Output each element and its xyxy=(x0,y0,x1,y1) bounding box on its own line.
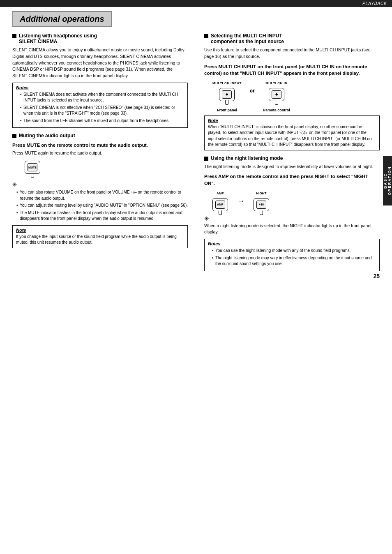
mute-diagram: MUTE xyxy=(25,161,188,174)
multi-ch-instruction: Press MULTI CH INPUT on the front panel … xyxy=(204,63,380,76)
mute-btn-shape: MUTE xyxy=(25,161,40,174)
night-btn-inner: +10 xyxy=(256,201,266,209)
amp-btn-shape: AMP xyxy=(212,198,228,211)
tip-area: ✳ You can also rotate VOLUME on the fron… xyxy=(12,181,188,222)
tip-item: You can also rotate VOLUME on the front … xyxy=(16,189,188,201)
amp-btn-diagram: AMP AMP xyxy=(212,192,228,211)
section1-body: SILENT CINEMA allows you to enjoy multi-… xyxy=(12,47,188,79)
bullet-icon xyxy=(12,134,16,138)
right-section1-note-box: Note When "MULTI CH INPUT" is shown in t… xyxy=(204,115,380,150)
page-number: 25 xyxy=(373,273,380,279)
page-header: PLAYBACK xyxy=(0,0,392,7)
right-section2-notes-title: Notes xyxy=(208,241,376,246)
right-section2-heading: Using the night listening mode xyxy=(204,155,380,161)
remote-bottom-label: Remote control xyxy=(263,108,290,112)
section2-title: Muting the audio output xyxy=(19,133,75,138)
section1-heading: Listening with headphones using SILENT C… xyxy=(12,33,188,44)
section2-note-title: Note xyxy=(16,228,184,233)
section1-notes-title: Notes xyxy=(16,85,184,90)
section1-title: Listening with headphones using SILENT C… xyxy=(19,33,97,44)
front-panel-diagram: MULTI CH INPUT ◆ Front panel xyxy=(212,81,242,112)
tip-item: You can adjust the muting level by using… xyxy=(16,203,188,209)
note-item: You can use the night listening mode wit… xyxy=(212,248,376,254)
section1-notes-list: SILENT CINEMA does not activate when the… xyxy=(16,92,184,124)
page-title: Additional operations xyxy=(20,14,104,23)
note-item: The sound from the LFE channel will be m… xyxy=(20,118,184,124)
remote-btn: ◆ xyxy=(269,88,284,101)
or-label: or xyxy=(250,88,255,94)
front-panel-btn-inner: ◆ xyxy=(222,90,232,99)
remote-btn-inner: ◆ xyxy=(272,90,281,99)
section2-note-box: Note If you change the input source or t… xyxy=(12,225,188,248)
night-btn-diagram: NIGHT +10 xyxy=(254,192,269,211)
right-section1-title: Selecting the MULTI CH INPUT component a… xyxy=(211,33,284,44)
right-section2-title: Using the night listening mode xyxy=(211,155,283,161)
bullet-icon xyxy=(204,34,208,38)
left-column: Listening with headphones using SILENT C… xyxy=(12,33,191,275)
night-label: NIGHT xyxy=(256,192,267,195)
section1-notes-box: Notes SILENT CINEMA does not activate wh… xyxy=(12,83,188,128)
mute-tips-list: You can also rotate VOLUME on the front … xyxy=(12,189,188,222)
right-section1-heading: Selecting the MULTI CH INPUT component a… xyxy=(204,33,380,44)
right-section1-body: Use this feature to select the component… xyxy=(204,47,380,60)
night-btn-shape: +10 xyxy=(254,198,269,211)
front-panel-top-label: MULTI CH INPUT xyxy=(212,81,242,85)
note-item: The night listening mode may vary in eff… xyxy=(212,255,376,267)
mute-resume-text: Press MUTE again to resume the audio out… xyxy=(12,150,188,157)
arrow-icon: → xyxy=(237,197,244,205)
bullet-icon xyxy=(204,157,208,161)
night-instruction: Press AMP on the remote control and then… xyxy=(204,173,380,186)
amp-btn-inner: AMP xyxy=(215,201,225,209)
tip-item: The MUTE indicator flashes in the front … xyxy=(16,210,188,222)
right-section1-note-title: Note xyxy=(208,118,376,123)
right-section2-body: The night listening mode is designed to … xyxy=(204,164,380,170)
header-label: PLAYBACK xyxy=(362,1,387,6)
right-section2-notes-list: You can use the night listening mode wit… xyxy=(208,248,376,267)
tip-icon: ✳ xyxy=(12,181,188,188)
amp-label: AMP xyxy=(217,192,224,195)
page-title-box: Additional operations xyxy=(12,11,112,27)
mute-button-diagram: MUTE xyxy=(25,161,40,174)
section2-note-text: If you change the input source or the so… xyxy=(16,234,184,246)
remote-top-label: MULTI CH IN xyxy=(265,81,287,85)
note-item: SILENT CINEMA does not activate when the… xyxy=(20,92,184,104)
front-panel-bottom-label: Front panel xyxy=(217,108,237,112)
bullet-icon xyxy=(12,34,16,38)
right-section2-notes-box: Notes You can use the night listening mo… xyxy=(204,239,380,271)
section2-heading: Muting the audio output xyxy=(12,133,188,138)
night-tip-text: When a night listening mode is selected,… xyxy=(204,223,380,236)
night-tip-icon: ✳ xyxy=(204,215,380,222)
mute-btn-inner: MUTE xyxy=(28,163,37,171)
mute-instruction: Press MUTE on the remote control to mute… xyxy=(12,142,188,148)
right-column: Selecting the MULTI CH INPUT component a… xyxy=(201,33,380,275)
front-panel-btn: ◆ xyxy=(219,88,235,101)
multi-ch-diagram: MULTI CH INPUT ◆ Front panel or MULTI CH… xyxy=(212,81,380,112)
night-diagram: AMP AMP → NIGHT +10 xyxy=(212,192,380,211)
note-item: SILENT CINEMA is not effective when "2CH… xyxy=(20,105,184,117)
night-tip-area: ✳ When a night listening mode is selecte… xyxy=(204,215,380,236)
remote-diagram: MULTI CH IN ◆ Remote control xyxy=(263,81,290,112)
mute-btn-label: MUTE xyxy=(28,166,37,169)
right-section1-note-text: When "MULTI CH INPUT" is shown in the fr… xyxy=(208,124,376,148)
